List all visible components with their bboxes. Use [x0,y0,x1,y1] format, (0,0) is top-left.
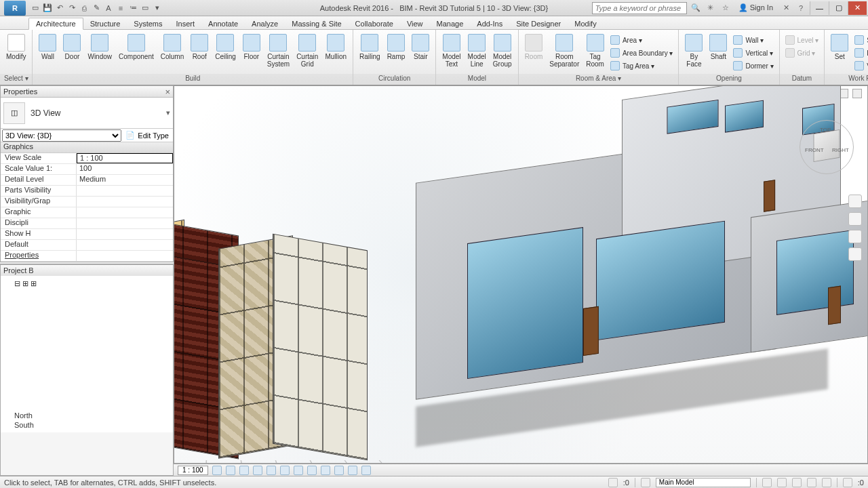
window-button[interactable]: Window [84,33,115,62]
model-group-button[interactable]: ModelGroup [490,33,515,69]
favorite-icon[interactable]: ☆ [719,2,732,14]
dormer-button[interactable]: Dormer ▾ [733,60,773,72]
property-row[interactable]: Discipli [1,218,173,229]
model-text-button[interactable]: ModelText [439,33,464,69]
select-face-icon[interactable] [807,478,816,487]
floor-button[interactable]: Floor [239,33,264,62]
detail-level-icon[interactable] [212,466,222,475]
select-underlay-icon[interactable] [777,478,787,487]
app-menu-button[interactable]: R [4,1,26,16]
help-search-input[interactable] [592,2,687,14]
qat-close-hidden-icon[interactable]: ▭ [140,3,151,14]
properties-close-icon[interactable]: × [165,87,170,96]
tab-site-designer[interactable]: Site Designer [509,18,568,29]
panel-title-select[interactable]: Select ▾ [0,74,32,85]
shaft-button[interactable]: Shaft [706,33,730,62]
stair-button[interactable]: Stair [408,33,433,62]
sign-in-button[interactable]: 👤 Sign In [734,3,777,12]
reveal-hidden-icon[interactable] [334,466,344,475]
tab-manage[interactable]: Manage [430,18,471,29]
nav-wheel-icon[interactable] [848,195,862,208]
qat-switch-windows-icon[interactable]: ▾ [152,3,163,14]
nav-orbit-icon[interactable] [848,247,862,261]
ref-plane-button[interactable]: Ref Plane ▾ [854,47,868,59]
select-links-icon[interactable] [762,478,772,487]
tag-room-button[interactable]: TagRoom [583,33,608,69]
rendering-icon[interactable] [267,466,276,475]
property-row[interactable]: Visibility/Grap [1,197,173,207]
lock-3d-icon[interactable] [307,466,317,475]
tab-architecture[interactable]: Architecture [28,18,83,30]
analytical-model-icon[interactable] [348,466,357,475]
tree-node-south[interactable]: South [3,420,170,430]
tag-area-button[interactable]: Tag Area ▾ [610,60,673,72]
filter-icon[interactable] [843,478,852,487]
component-button[interactable]: Component [115,33,157,62]
panel-title-room-area[interactable]: Room & Area ▾ [519,74,679,85]
exchange-icon[interactable]: ✕ [780,2,792,14]
qat-print-icon[interactable]: ⎙ [79,3,90,14]
property-row[interactable]: Scale Value 1:100 [1,164,173,175]
curtain-system-button[interactable]: CurtainSystem [264,33,293,69]
qat-text-icon[interactable]: A [103,3,114,14]
drag-elements-icon[interactable] [822,478,831,487]
3d-viewport[interactable]: TOP FRONT RIGHT [174,85,868,464]
type-selector[interactable]: ◫ 3D View ▾ [1,98,173,129]
design-options-icon[interactable] [641,478,650,487]
tab-annotate[interactable]: Annotate [201,18,245,29]
search-icon[interactable]: 🔍 [690,2,702,14]
column-button[interactable]: Column [157,33,187,62]
roof-button[interactable]: Roof [187,33,212,62]
vertical-button[interactable]: Vertical ▾ [733,47,773,59]
properties-help-link[interactable]: Properties [1,251,77,261]
viewer-button[interactable]: Viewer ▾ [854,60,868,72]
tab-systems[interactable]: Systems [127,18,169,29]
window-close-button[interactable]: ✕ [848,1,867,15]
curtain-grid-button[interactable]: CurtainGrid [293,33,321,69]
design-option-selector[interactable] [656,478,751,487]
wall-button[interactable]: Wall ▾ [733,34,773,46]
set-button[interactable]: Set [827,33,852,62]
mullion-button[interactable]: Mullion [321,33,350,62]
tab-modify[interactable]: Modify [568,18,603,29]
tab-view[interactable]: View [400,18,430,29]
help-icon[interactable]: ? [795,2,807,14]
ramp-button[interactable]: Ramp [384,33,409,62]
nav-pan-icon[interactable] [848,212,862,226]
worksets-icon[interactable] [608,478,618,487]
edit-type-button[interactable]: 📄 Edit Type [121,131,173,140]
door-button[interactable]: Door [60,33,84,62]
qat-align-icon[interactable]: ≡ [115,3,126,14]
property-row[interactable]: Default [1,240,173,251]
viewcube[interactable]: TOP FRONT RIGHT [800,120,854,174]
tab-add-ins[interactable]: Add-Ins [470,18,509,29]
crop-region-icon[interactable] [294,466,303,475]
subscription-icon[interactable]: ✳ [705,2,717,14]
window-minimize-button[interactable]: — [810,1,829,15]
view-scale-button[interactable]: 1 : 100 [178,466,208,475]
property-row[interactable]: Parts Visibility [1,186,173,197]
qat-redo-icon[interactable]: ↷ [66,3,77,14]
shadows-icon[interactable] [253,466,262,475]
tab-collaborate[interactable]: Collaborate [349,18,400,29]
tab-massing-site[interactable]: Massing & Site [285,18,348,29]
property-row[interactable]: Show H [1,229,173,240]
nav-zoom-icon[interactable] [848,230,862,243]
sun-path-icon[interactable] [239,466,249,475]
ceiling-button[interactable]: Ceiling [212,33,239,62]
area-button[interactable]: Area ▾ [610,34,673,46]
qat-thin-lines-icon[interactable]: ≔ [127,3,138,14]
qat-measure-icon[interactable]: ✎ [91,3,102,14]
view-instance-selector[interactable]: 3D View: {3D} [2,129,121,142]
qat-save-icon[interactable]: 💾 [42,3,53,14]
select-pinned-icon[interactable] [792,478,802,487]
tree-node-north[interactable]: North [3,411,170,420]
modify-button[interactable]: Modify [3,33,29,62]
tab-insert[interactable]: Insert [170,18,202,29]
by-face-button[interactable]: ByFace [682,33,706,69]
tab-analyze[interactable]: Analyze [245,18,285,29]
railing-button[interactable]: Railing [356,33,384,62]
wall-button[interactable]: Wall [35,33,60,62]
project-browser-tree[interactable]: ⊟ ⊞ ⊞ North South [1,276,173,432]
reveal-constraints-icon[interactable] [361,466,371,475]
